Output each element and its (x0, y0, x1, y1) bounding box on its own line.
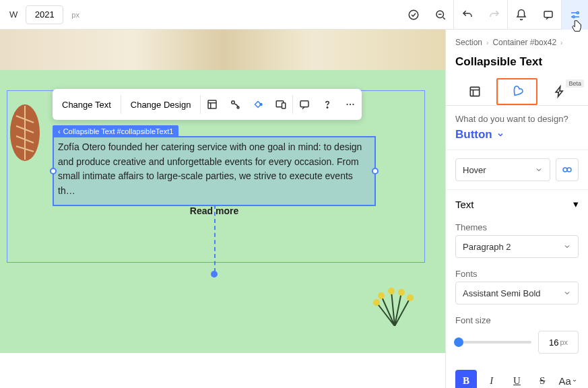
svg-rect-17 (300, 101, 308, 107)
svg-rect-22 (470, 87, 479, 96)
reset-states-button[interactable] (556, 158, 579, 181)
case-button[interactable]: Aa (557, 370, 579, 388)
leaf-decoration (8, 102, 42, 163)
underline-button[interactable]: U (507, 370, 528, 388)
layout-icon[interactable] (201, 89, 224, 120)
state-select[interactable]: Hover (455, 158, 550, 181)
section-bg: Change Text Change Design ‹ Collapsible … (0, 70, 445, 353)
element-toolbar: Change Text Change Design (53, 89, 362, 120)
svg-point-21 (353, 104, 354, 105)
more-icon[interactable] (339, 89, 362, 120)
design-target-select[interactable]: Button (455, 128, 579, 141)
tab-layout[interactable] (455, 78, 494, 105)
svg-rect-16 (282, 103, 286, 108)
svg-point-23 (563, 168, 567, 172)
top-toolbar: W px (0, 0, 588, 30)
svg-point-10 (373, 299, 380, 306)
svg-point-3 (577, 11, 579, 13)
resize-guide (214, 205, 216, 272)
inspector-panel: Section › Container #box42 › Collapsible… (445, 30, 588, 388)
help-icon[interactable] (316, 89, 339, 120)
svg-rect-11 (208, 100, 216, 108)
svg-point-0 (409, 10, 418, 20)
crumb-section[interactable]: Section (455, 38, 482, 47)
svg-point-19 (347, 104, 348, 105)
inspector-link-icon[interactable] (247, 89, 269, 120)
fontsize-slider[interactable] (455, 341, 531, 344)
check-circle-icon[interactable] (399, 0, 426, 30)
bell-icon[interactable] (507, 0, 534, 30)
comment-icon[interactable] (293, 89, 316, 120)
tab-design[interactable] (496, 78, 537, 105)
responsive-icon[interactable] (269, 89, 292, 120)
chevron-down-icon (572, 378, 577, 383)
selection-label[interactable]: ‹ Collapsible Text #collapsibleText1 (53, 125, 178, 137)
svg-point-7 (388, 288, 395, 294)
chevron-down-icon (535, 166, 543, 174)
undo-button[interactable] (453, 0, 480, 30)
chevron-down-icon (563, 243, 571, 251)
state-row: Hover (446, 150, 588, 190)
canvas-area[interactable]: Change Text Change Design ‹ Collapsible … (0, 30, 445, 388)
design-question: What do you want to design? (455, 114, 579, 124)
italic-button[interactable]: I (481, 370, 502, 388)
svg-point-4 (573, 15, 575, 18)
svg-point-9 (407, 294, 414, 301)
chevron-right-icon: › (560, 39, 562, 46)
animation-icon[interactable] (224, 89, 247, 120)
body-text: Zofía Otero founded her catering service… (58, 140, 370, 199)
beta-badge: Beta (566, 79, 584, 88)
change-design-button[interactable]: Change Design (121, 89, 201, 120)
comment-icon[interactable] (534, 0, 561, 30)
design-target-section: What do you want to design? Button (446, 106, 588, 150)
width-input[interactable] (26, 5, 63, 24)
svg-point-12 (232, 101, 235, 104)
fonts-label: Fonts (446, 265, 588, 282)
fonts-select[interactable]: Assistant Semi Bold (455, 282, 579, 304)
chevron-right-icon: › (486, 39, 488, 46)
svg-point-24 (567, 168, 571, 172)
caret-down-icon: ▾ (573, 198, 579, 210)
breadcrumb: Section › Container #box42 › (446, 30, 588, 55)
svg-point-8 (398, 289, 405, 296)
width-control: W px (7, 5, 79, 24)
zoom-out-icon[interactable] (426, 0, 453, 30)
slider-thumb[interactable] (454, 337, 463, 347)
resize-handle-left[interactable] (50, 168, 57, 174)
themes-select[interactable]: Paragraph 2 (455, 235, 579, 258)
strike-button[interactable]: S (531, 370, 553, 388)
chevron-left-icon: ‹ (58, 127, 61, 135)
redo-button[interactable] (480, 0, 507, 30)
chevron-down-icon (496, 131, 504, 139)
format-row: B I U S Aa (446, 363, 588, 388)
change-text-button[interactable]: Change Text (53, 89, 121, 120)
fontsize-input[interactable]: 16px (538, 331, 579, 354)
width-unit: px (71, 11, 79, 19)
top-actions (399, 0, 588, 29)
resize-handle-bottom[interactable] (211, 271, 218, 278)
chevron-down-icon (563, 289, 571, 297)
svg-point-20 (350, 104, 351, 105)
themes-label: Themes (446, 218, 588, 235)
resize-handle-right[interactable] (372, 168, 379, 174)
cursor-pointer-icon (569, 19, 584, 34)
panel-title: Collapsible Text (446, 55, 588, 78)
svg-rect-2 (544, 11, 552, 17)
collapsible-text-element[interactable]: Zofía Otero founded her catering service… (53, 136, 376, 206)
svg-point-18 (327, 107, 329, 108)
text-accordion-header[interactable]: Text ▾ (446, 190, 588, 218)
inspector-tabs: Beta (446, 78, 588, 106)
header-image (0, 30, 445, 70)
width-label: W (7, 9, 20, 20)
crumb-container[interactable]: Container #box42 (492, 38, 556, 47)
svg-point-14 (260, 104, 262, 106)
svg-point-6 (378, 292, 385, 299)
fontsize-label: Font size (446, 311, 588, 328)
flower-decoration (371, 286, 418, 326)
bold-button[interactable]: B (455, 370, 477, 388)
